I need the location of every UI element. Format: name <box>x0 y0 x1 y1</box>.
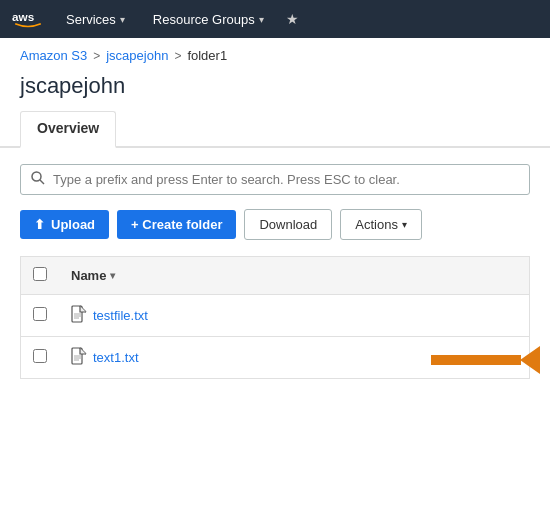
file-table-wrapper: Name ▾ <box>20 256 530 379</box>
svg-line-2 <box>40 180 44 184</box>
row-name-cell: testfile.txt <box>59 295 530 337</box>
upload-button[interactable]: ⬆ Upload <box>20 210 109 239</box>
file-table: Name ▾ <box>20 256 530 379</box>
table-row: testfile.txt <box>21 295 530 337</box>
sort-icon: ▾ <box>110 270 115 281</box>
file-link[interactable]: text1.txt <box>71 347 517 368</box>
main-content: ⬆ Upload + Create folder Download Action… <box>0 148 550 395</box>
breadcrumb-amazon-s3[interactable]: Amazon S3 <box>20 48 87 63</box>
breadcrumb: Amazon S3 > jscapejohn > folder1 <box>0 38 550 69</box>
actions-label: Actions <box>355 217 398 232</box>
svg-point-1 <box>32 172 41 181</box>
row-checkbox[interactable] <box>33 349 47 363</box>
services-nav-item[interactable]: Services ▾ <box>60 8 131 31</box>
download-button[interactable]: Download <box>244 209 332 240</box>
table-header-row: Name ▾ <box>21 257 530 295</box>
resource-groups-nav-item[interactable]: Resource Groups ▾ <box>147 8 270 31</box>
download-label: Download <box>259 217 317 232</box>
file-icon <box>71 305 87 326</box>
table-row: text1.txt <box>21 337 530 379</box>
breadcrumb-folder1: folder1 <box>187 48 227 63</box>
actions-button[interactable]: Actions ▾ <box>340 209 422 240</box>
search-bar <box>20 164 530 195</box>
breadcrumb-sep-2: > <box>174 49 181 63</box>
resource-groups-label: Resource Groups <box>153 12 255 27</box>
upload-label: Upload <box>51 217 95 232</box>
tab-overview[interactable]: Overview <box>20 111 116 148</box>
aws-logo: aws <box>12 8 44 30</box>
aws-logo-svg: aws <box>12 8 44 30</box>
file-name: text1.txt <box>93 350 139 365</box>
actions-chevron: ▾ <box>402 219 407 230</box>
upload-icon: ⬆ <box>34 217 45 232</box>
create-folder-label: + Create folder <box>131 217 222 232</box>
file-link[interactable]: testfile.txt <box>71 305 517 326</box>
breadcrumb-jscapejohn[interactable]: jscapejohn <box>106 48 168 63</box>
file-icon <box>71 347 87 368</box>
services-chevron: ▾ <box>120 14 125 25</box>
search-input[interactable] <box>53 172 519 187</box>
th-checkbox <box>21 257 60 295</box>
row-checkbox-cell <box>21 337 60 379</box>
tabs-bar: Overview <box>0 111 550 148</box>
services-label: Services <box>66 12 116 27</box>
search-icon <box>31 171 45 188</box>
row-name-cell: text1.txt <box>59 337 530 379</box>
bookmarks-icon[interactable]: ★ <box>286 11 299 27</box>
create-folder-button[interactable]: + Create folder <box>117 210 236 239</box>
select-all-checkbox[interactable] <box>33 267 47 281</box>
action-bar: ⬆ Upload + Create folder Download Action… <box>20 209 530 240</box>
file-name: testfile.txt <box>93 308 148 323</box>
row-checkbox[interactable] <box>33 307 47 321</box>
row-checkbox-cell <box>21 295 60 337</box>
th-name[interactable]: Name ▾ <box>59 257 530 295</box>
top-navbar: aws Services ▾ Resource Groups ▾ ★ <box>0 0 550 38</box>
col-name-label: Name <box>71 268 106 283</box>
svg-text:aws: aws <box>12 10 35 23</box>
resource-groups-chevron: ▾ <box>259 14 264 25</box>
page-title: jscapejohn <box>0 69 550 111</box>
breadcrumb-sep-1: > <box>93 49 100 63</box>
